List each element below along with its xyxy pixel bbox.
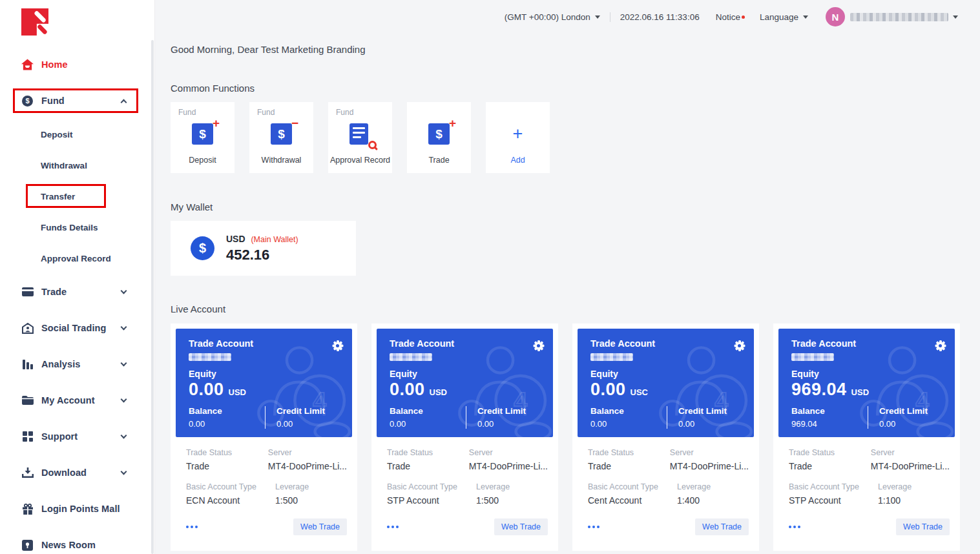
equity-label: Equity [791, 369, 946, 379]
sidebar-item-approval-record[interactable]: Approval Record [0, 243, 154, 274]
trade-status-label: Trade Status [186, 448, 268, 457]
plus-icon: + [513, 123, 523, 145]
account-type-value: Cent Account [588, 495, 677, 506]
minus-badge-icon: − [291, 117, 298, 129]
sidebar-item-social-trading[interactable]: Social Trading [0, 310, 154, 346]
cf-card-withdrawal[interactable]: Fund $ − Withdrawal [249, 102, 313, 173]
account-type-label: Basic Account Type [588, 482, 677, 491]
server-label: Server [469, 448, 548, 457]
chevron-down-icon [953, 15, 958, 19]
equity-value: 969.04 [791, 380, 847, 400]
sidebar-item-analysis[interactable]: Analysis [0, 346, 154, 382]
common-functions-title: Common Functions [171, 83, 960, 94]
server-label: Server [268, 448, 347, 457]
equity-value: 0.00 [390, 380, 425, 400]
account-number-redacted [390, 353, 432, 361]
cf-label: Add [486, 156, 550, 165]
equity-label: Equity [590, 369, 745, 379]
trade-dollar-icon: $ + [428, 123, 450, 145]
gear-icon[interactable] [533, 340, 544, 351]
doo-prime-logo[interactable] [21, 8, 48, 36]
user-menu[interactable]: N [826, 7, 958, 26]
equity-label: Equity [189, 369, 343, 379]
sidebar-nav: Home $ Fund Deposit Withdrawal Transfer … [0, 0, 154, 554]
equity-currency: USD [229, 387, 246, 397]
credit-limit-value: 0.00 [678, 419, 745, 429]
timezone-selector[interactable]: (GMT +00:00) London [505, 12, 600, 22]
sidebar-item-label: Support [41, 431, 78, 442]
balance-label: Balance [791, 406, 868, 416]
web-trade-button[interactable]: Web Trade [695, 518, 749, 535]
account-type-label: Basic Account Type [186, 482, 275, 491]
gear-icon[interactable] [935, 340, 946, 351]
sidebar-item-label: Download [41, 467, 87, 478]
web-trade-button[interactable]: Web Trade [494, 518, 548, 535]
username-redacted [850, 13, 948, 21]
account-type-value: ECN Account [186, 495, 275, 506]
my-wallet-title: My Wallet [171, 201, 960, 212]
leverage-label: Leverage [275, 482, 347, 491]
leverage-value: 1:500 [476, 495, 548, 506]
grid-icon [21, 431, 34, 443]
sidebar-item-support[interactable]: Support [0, 418, 154, 455]
account-details: Trade Status Trade Server MT4-DooPrime-L… [578, 437, 754, 535]
approval-record-icon [349, 123, 371, 145]
account-summary-panel: 4 Trade Account Equity 0.00 USD [377, 329, 553, 437]
cf-card-trade[interactable]: $ + Trade [407, 102, 471, 173]
sidebar-item-home[interactable]: Home [0, 46, 154, 83]
gear-icon[interactable] [332, 340, 343, 351]
more-actions-button[interactable] [789, 523, 800, 531]
trade-status-value: Trade [588, 461, 670, 471]
live-account-card: 4 Trade Account Equity 0.00 USD [171, 323, 357, 551]
app-root: Home $ Fund Deposit Withdrawal Transfer … [0, 0, 980, 554]
trade-account-title: Trade Account [189, 338, 253, 349]
web-trade-button[interactable]: Web Trade [896, 518, 950, 535]
trade-account-title: Trade Account [390, 338, 454, 349]
web-trade-button[interactable]: Web Trade [293, 518, 347, 535]
cf-card-add[interactable]: + Add [486, 102, 550, 173]
chevron-down-icon [121, 287, 127, 294]
sidebar-scrollbar[interactable] [151, 40, 154, 554]
more-actions-button[interactable] [186, 523, 198, 531]
chevron-down-icon [595, 15, 600, 19]
cf-label: Approval Record [328, 156, 392, 165]
sidebar-item-withdrawal[interactable]: Withdrawal [0, 150, 154, 181]
account-summary-panel: 4 Trade Account Equity 969.04 USD [778, 329, 955, 437]
account-type-label: Basic Account Type [387, 482, 476, 491]
equity-value: 0.00 [590, 380, 626, 400]
cf-card-approval-record[interactable]: Fund Approval Record [328, 102, 392, 173]
equity-label: Equity [390, 369, 544, 379]
sidebar-item-funds-details[interactable]: Funds Details [0, 212, 154, 243]
live-account-card: 4 Trade Account Equity 969.04 USD [773, 323, 960, 551]
account-type-value: STP Account [789, 495, 878, 506]
sidebar-item-login-points-mall[interactable]: Login Points Mall [0, 491, 154, 527]
cf-label: Withdrawal [249, 156, 313, 165]
sidebar-item-fund[interactable]: $ Fund [0, 83, 154, 119]
account-number-redacted [590, 353, 633, 361]
sidebar-item-download[interactable]: Download [0, 455, 154, 491]
sidebar-item-my-account[interactable]: My Account [0, 382, 154, 418]
main-content: (GMT +00:00) London 2022.06.16 11:33:06 … [155, 0, 980, 554]
cf-card-deposit[interactable]: Fund $ + Deposit [171, 102, 235, 173]
balance-label: Balance [390, 406, 466, 416]
sidebar-item-trade[interactable]: Trade [0, 274, 154, 310]
gear-icon[interactable] [734, 340, 745, 351]
account-summary-panel: 4 Trade Account Equity 0.00 USD [176, 329, 352, 437]
more-actions-button[interactable] [588, 523, 599, 531]
sidebar-subitem-label: Withdrawal [41, 161, 87, 170]
language-selector[interactable]: Language [760, 12, 808, 22]
credit-limit-label: Credit Limit [276, 406, 343, 416]
more-actions-button[interactable] [387, 523, 399, 531]
equity-currency: USC [631, 387, 648, 397]
sidebar-item-transfer[interactable]: Transfer [0, 181, 154, 212]
fund-dollar-icon: $ [21, 95, 34, 107]
sidebar-item-news-room[interactable]: News Room [0, 527, 154, 554]
bar-chart-icon [21, 358, 34, 371]
cf-category: Fund [336, 108, 353, 117]
wallet-card-icon [21, 286, 34, 298]
wallet-card[interactable]: $ USD (Main Wallet) 452.16 [171, 221, 356, 276]
avatar: N [826, 7, 845, 26]
notice-link[interactable]: Notice [716, 12, 745, 22]
sidebar-item-deposit[interactable]: Deposit [0, 119, 154, 150]
account-details: Trade Status Trade Server MT4-DooPrime-L… [377, 437, 553, 535]
